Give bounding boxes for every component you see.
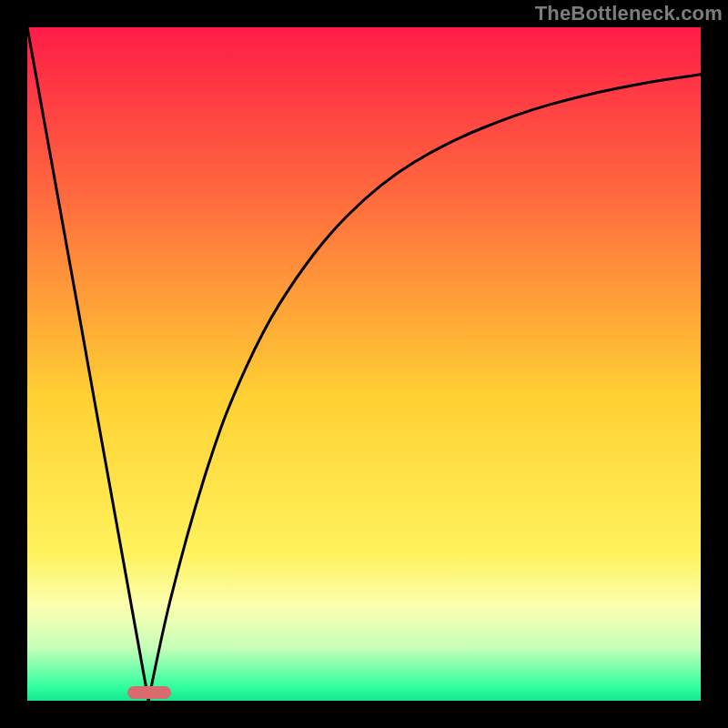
chart-frame: TheBottleneck.com: [0, 0, 728, 728]
watermark-label: TheBottleneck.com: [535, 2, 723, 25]
curve-left-branch: [27, 27, 148, 701]
plot-area: [27, 27, 701, 701]
curve-right-branch: [148, 75, 701, 701]
optimal-marker: [127, 686, 171, 699]
bottleneck-curve: [27, 27, 701, 701]
